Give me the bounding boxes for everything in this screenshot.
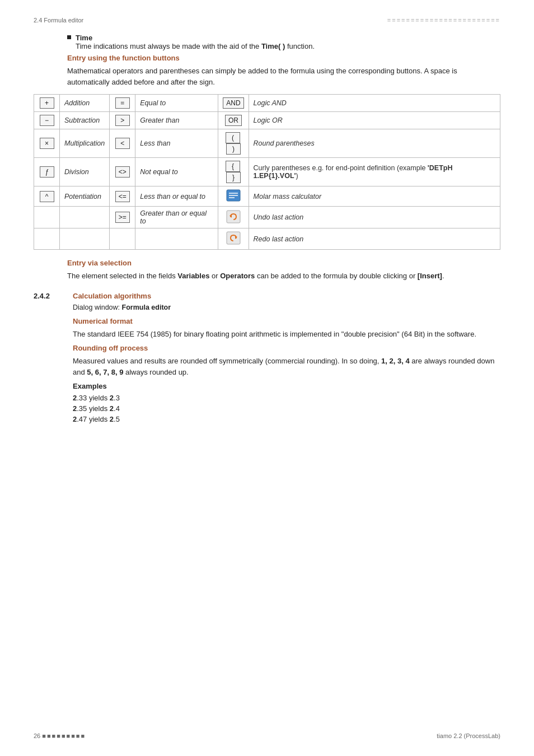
time-desc: Time indications must always be made wit… (76, 42, 315, 50)
svg-rect-6 (227, 232, 240, 244)
btn-minus: − (34, 112, 60, 129)
redo-icon (226, 231, 241, 245)
btn-plus: + (34, 95, 60, 112)
section-content: Calculation algorithms Dialog window: Fo… (73, 292, 500, 426)
examples-title: Examples (73, 382, 500, 390)
numerical-format-title: Numerical format (73, 317, 500, 325)
entry-buttons-intro: Mathematical operators and parentheses c… (67, 66, 500, 87)
operators-table: + Addition = Equal to AND Logic AND − Su… (34, 94, 500, 250)
rounding-text: Measured values and results are rounded … (73, 356, 500, 377)
btn-gte: >= (110, 207, 135, 228)
footer-brand: tiamo 2.2 (ProcessLab) (437, 732, 500, 739)
btn-molar (218, 186, 249, 207)
molar-icon (226, 189, 241, 202)
btn-neq: <> (110, 158, 135, 186)
btn-multiply: × (34, 129, 60, 158)
table-row: × Multiplication < Less than () Round pa… (34, 129, 500, 158)
entry-buttons-section: Entry using the function buttons Mathema… (67, 54, 500, 87)
example-2: 2.35 yields 2.4 (73, 404, 500, 413)
example-1: 2.33 yields 2.3 (73, 394, 500, 402)
table-row: + Addition = Equal to AND Logic AND (34, 95, 500, 112)
btn-curly-parens: {} (218, 158, 249, 186)
page-header: 2.4 Formula editor =====================… (34, 17, 500, 24)
btn-lte: <= (110, 186, 135, 207)
table-row: >= Greater than or equal to Undo last ac… (34, 207, 500, 228)
section-title: Calculation algorithms (73, 292, 500, 300)
example-3: 2.47 yields 2.5 (73, 415, 500, 423)
section-number: 2.4.2 (34, 292, 73, 300)
entry-selection-title: Entry via selection (67, 259, 500, 267)
btn-power: ^ (34, 186, 60, 207)
time-bullet-text: Time Time indications must always be mad… (76, 34, 315, 50)
undo-icon (226, 210, 241, 223)
btn-or: OR (218, 112, 249, 129)
entry-selection-section: Entry via selection The element selected… (67, 259, 500, 282)
btn-lt: < (110, 129, 135, 158)
section-242: 2.4.2 Calculation algorithms Dialog wind… (34, 292, 500, 426)
btn-gt: > (110, 112, 135, 129)
entry-buttons-title: Entry using the function buttons (67, 54, 500, 62)
btn-divide: ƒ (34, 158, 60, 186)
dialog-note: Dialog window: Formula editor (73, 304, 500, 311)
svg-rect-4 (227, 211, 240, 223)
btn-round-parens: () (218, 129, 249, 158)
table-row: ƒ Division <> Not equal to {} Curly pare… (34, 158, 500, 186)
entry-selection-text: The element selected in the fields Varia… (67, 270, 500, 282)
footer-page: 26 ■■■■■■■■■ (34, 732, 86, 739)
btn-equal: = (110, 95, 135, 112)
bullet-icon (67, 35, 71, 39)
header-left: 2.4 Formula editor (34, 17, 83, 24)
table-row: ^ Potentiation <= Less than or equal to … (34, 186, 500, 207)
btn-and: AND (218, 95, 249, 112)
header-dots: ======================== (387, 17, 500, 24)
page-footer: 26 ■■■■■■■■■ tiamo 2.2 (ProcessLab) (34, 732, 500, 739)
btn-undo (218, 207, 249, 228)
rounding-title: Rounding off process (73, 344, 500, 352)
btn-redo (218, 228, 249, 250)
table-row: Redo last action (34, 228, 500, 250)
numerical-format-text: The standard IEEE 754 (1985) for binary … (73, 329, 500, 340)
time-bullet: Time Time indications must always be mad… (67, 34, 500, 50)
table-row: − Subtraction > Greater than OR Logic OR (34, 112, 500, 129)
